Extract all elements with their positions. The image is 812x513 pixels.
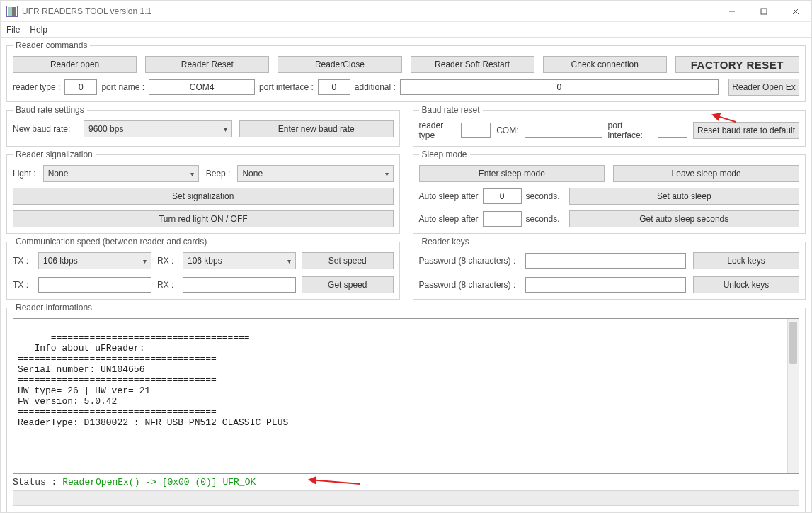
menubar: File Help [1,22,811,38]
rx-value: 106 kbps [188,256,222,266]
light-select[interactable]: None ▾ [43,165,199,182]
seconds-label-2: seconds. [526,214,560,224]
lock-keys-button[interactable]: Lock keys [693,252,799,269]
reader-commands-legend: Reader commands [13,40,90,50]
rx-readback-input[interactable] [183,277,296,293]
password-unlock-label: Password (8 characters) : [419,280,518,290]
seconds-label-1: seconds. [526,191,560,201]
reset-port-interface-label: port interface: [608,120,652,140]
rx-select[interactable]: 106 kbps ▾ [183,252,296,269]
reader-keys-legend: Reader keys [419,237,472,247]
reset-reader-type-input[interactable] [461,123,491,138]
enter-new-baud-rate-button[interactable]: Enter new baud rate [239,120,394,137]
factory-reset-button[interactable]: FACTORY RESET [675,56,799,73]
scrollbar[interactable] [787,319,799,473]
beep-value: None [242,169,263,179]
enter-sleep-mode-button[interactable]: Enter sleep mode [419,165,605,182]
baud-rate-settings-group: Baud rate settings New baud rate: 9600 b… [6,105,400,147]
minimize-button[interactable] [716,1,748,22]
new-baud-rate-select[interactable]: 9600 bps ▾ [84,120,232,137]
check-connection-button[interactable]: Check connection [543,56,667,73]
reader-reset-button[interactable]: Reader Reset [145,56,269,73]
reader-open-ex-button[interactable]: Reader Open Ex [728,79,799,96]
auto-sleep-get-label: Auto sleep after [419,214,479,224]
reader-keys-group: Reader keys Password (8 characters) : Lo… [413,237,806,300]
tx-get-label: TX : [13,280,33,290]
chevron-down-icon: ▾ [143,257,147,265]
status-text: ReaderOpenEx() -> [0x00 (0)] UFR_OK [62,477,256,487]
comm-speed-group: Communication speed (between reader and … [6,237,400,300]
reader-signalization-group: Reader signalization Light : None ▾ Beep… [6,150,400,234]
reset-com-label: COM: [496,125,518,135]
app-icon [6,6,18,17]
reader-open-button[interactable]: Reader open [13,56,137,73]
reset-baud-rate-button[interactable]: Reset baud rate to default [693,122,799,139]
port-interface-label: port interface : [259,82,314,92]
chevron-down-icon: ▾ [287,257,291,265]
auto-sleep-set-input[interactable] [483,188,522,204]
reader-informations-group: Reader informations ====================… [6,303,806,512]
unlock-keys-button[interactable]: Unlock keys [693,276,799,293]
new-baud-rate-value: 9600 bps [88,124,123,134]
port-interface-input[interactable] [318,79,350,95]
menu-help[interactable]: Help [30,25,47,35]
turn-red-light-button[interactable]: Turn red light ON / OFF [13,210,394,227]
scrollbar-thumb[interactable] [789,322,797,364]
reset-com-input[interactable] [525,123,602,138]
rx-set-label: RX : [157,256,177,266]
get-auto-sleep-button[interactable]: Get auto sleep seconds [569,210,800,227]
reader-close-button[interactable]: ReaderClose [278,56,401,73]
set-speed-button[interactable]: Set speed [302,252,394,269]
status-label: Status : [13,477,62,487]
password-unlock-input[interactable] [525,277,687,293]
set-signalization-button[interactable]: Set signalization [13,188,394,205]
additional-input[interactable] [400,79,719,95]
titlebar: UFR READERS TOOL version 1.1 [1,1,811,22]
reader-soft-restart-button[interactable]: Reader Soft Restart [411,56,534,73]
baud-rate-reset-legend: Baud rate reset [419,105,483,115]
auto-sleep-set-label: Auto sleep after [419,191,479,201]
comm-speed-legend: Communication speed (between reader and … [13,237,210,247]
close-button[interactable] [779,1,811,22]
sleep-mode-group: Sleep mode Enter sleep mode Leave sleep … [413,150,806,234]
reader-signalization-legend: Reader signalization [13,150,96,159]
reader-type-input[interactable] [64,79,97,95]
maximize-button[interactable] [748,1,779,22]
reset-reader-type-label: reader type [419,120,456,140]
rx-get-label: RX : [157,280,177,290]
leave-sleep-mode-button[interactable]: Leave sleep mode [613,165,799,182]
tx-value: 106 kbps [43,256,78,266]
light-label: Light : [13,169,36,179]
port-name-label: port name : [101,82,144,92]
sleep-mode-legend: Sleep mode [419,150,470,159]
menu-file[interactable]: File [6,25,20,35]
baud-rate-reset-group: Baud rate reset reader type COM: port in… [413,105,806,147]
reader-informations-legend: Reader informations [13,303,95,312]
statusbar [13,490,799,506]
password-lock-input[interactable] [525,253,687,269]
light-value: None [48,169,69,179]
set-auto-sleep-button[interactable]: Set auto sleep [569,188,800,205]
get-speed-button[interactable]: Get speed [302,276,394,293]
chevron-down-icon: ▾ [385,170,389,178]
additional-label: additional : [355,82,396,92]
log-content: ==================================== Inf… [18,332,288,439]
status-line: Status : ReaderOpenEx() -> [0x00 (0)] UF… [13,477,799,487]
beep-select[interactable]: None ▾ [237,165,393,182]
log-textarea[interactable]: ==================================== Inf… [13,318,799,474]
tx-readback-input[interactable] [38,277,151,293]
beep-label: Beep : [206,169,231,179]
baud-rate-settings-legend: Baud rate settings [13,105,87,115]
chevron-down-icon: ▾ [224,125,227,133]
tx-select[interactable]: 106 kbps ▾ [38,252,151,269]
auto-sleep-get-input[interactable] [483,211,522,227]
new-baud-rate-label: New baud rate: [13,124,76,134]
port-name-input[interactable] [149,79,255,95]
chevron-down-icon: ▾ [190,170,194,178]
reader-type-label: reader type : [13,82,60,92]
tx-set-label: TX : [13,256,33,266]
reset-port-interface-input[interactable] [658,123,687,138]
password-lock-label: Password (8 characters) : [419,256,518,266]
reader-commands-group: Reader commands Reader open Reader Reset… [6,40,806,102]
svg-rect-1 [761,9,767,14]
